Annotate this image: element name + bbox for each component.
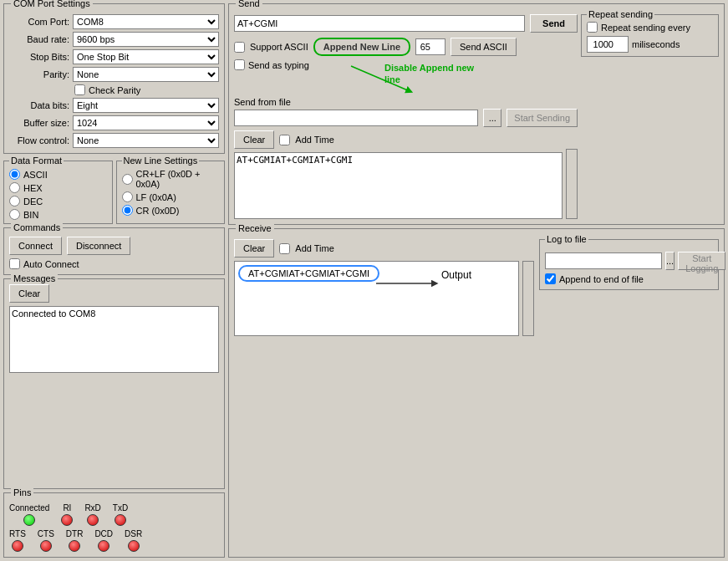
parity-label: Parity:	[9, 69, 69, 79]
ascii-radio[interactable]	[9, 169, 20, 180]
stop-bits-label: Stop Bits:	[9, 52, 69, 62]
ascii-size-spinbox[interactable]	[415, 38, 445, 55]
check-parity-checkbox[interactable]	[74, 84, 85, 95]
dec-radio[interactable]	[9, 196, 20, 207]
send-add-time-checkbox[interactable]	[279, 135, 290, 145]
start-logging-button[interactable]: Start Logging	[678, 252, 725, 270]
support-ascii-checkbox[interactable]	[234, 42, 245, 53]
messages-clear-button[interactable]: Clear	[9, 284, 49, 303]
pin-label: RxD	[84, 503, 100, 513]
disable-annotation: Disable Append newline	[384, 62, 474, 86]
baud-rate-select[interactable]: 9600 bps	[73, 32, 219, 47]
data-format-title: Data Format	[9, 156, 64, 166]
send-main: Send Support ASCII Append New Line Send …	[234, 14, 578, 219]
send-as-typing-checkbox[interactable]	[234, 59, 245, 70]
append-to-file-checkbox[interactable]	[545, 273, 556, 284]
pin-item-rxd: RxD	[84, 503, 100, 526]
send-from-file-label: Send from file	[234, 97, 578, 107]
output-label: Output	[441, 269, 471, 281]
crlf-label: CR+LF (0x0D + 0x0A)	[136, 169, 220, 189]
bin-label: BIN	[23, 210, 38, 220]
log-file-browse-button[interactable]: ...	[665, 252, 675, 270]
flow-control-label: Flow control:	[9, 135, 69, 145]
auto-connect-label: Auto Connect	[23, 259, 79, 269]
receive-group: Receive Clear Add Time AT+CGMIAT+CGMIAT+…	[228, 228, 725, 558]
parity-select[interactable]: None	[73, 67, 219, 82]
data-bits-label: Data bits:	[9, 100, 69, 110]
log-file-path-input[interactable]	[545, 252, 662, 269]
commands-group: Commands Connect Disconnect Auto Connect	[3, 227, 225, 275]
cr-radio[interactable]	[122, 205, 133, 216]
miliseconds-label: miliseconds	[632, 39, 680, 49]
pin-label: DCD	[94, 529, 113, 538]
hex-radio[interactable]	[9, 182, 20, 193]
bin-radio[interactable]	[9, 209, 20, 220]
pin-item-rts: RTS	[9, 529, 26, 552]
send-button[interactable]: Send	[530, 14, 578, 33]
data-bits-select[interactable]: Eight	[73, 98, 219, 113]
receive-area: AT+CGMIAT+CGMIAT+CGMI Output	[234, 261, 519, 336]
pin-label: TxD	[113, 503, 128, 513]
pin-led	[40, 540, 52, 552]
append-to-file-label: Append to end of file	[559, 274, 644, 284]
pin-item-dsr: DSR	[125, 529, 142, 552]
stop-bits-select[interactable]: One Stop Bit	[73, 49, 219, 64]
disconnect-button[interactable]: Disconnect	[67, 237, 130, 255]
pin-item-cts: CTS	[38, 529, 54, 552]
hex-label: HEX	[23, 183, 43, 193]
log-to-file-group: Log to file ... Start Logging Append to …	[539, 239, 719, 290]
auto-connect-checkbox[interactable]	[9, 258, 20, 269]
log-to-file-outer: Log to file ... Start Logging Append to …	[539, 239, 719, 336]
flow-control-select[interactable]: None	[73, 133, 219, 148]
send-ascii-button[interactable]: Send ASCII	[451, 38, 517, 56]
pin-led	[69, 540, 80, 552]
send-input[interactable]	[234, 15, 525, 32]
repeat-sending-checkbox[interactable]	[587, 22, 598, 33]
com-port-settings-group: COM Port Settings Com Port: COM8 Baud ra…	[3, 3, 225, 154]
send-scrollbar[interactable]	[566, 149, 578, 219]
messages-content: Connected to COM8	[12, 309, 95, 319]
send-clear-button[interactable]: Clear	[234, 130, 274, 149]
append-new-line-button[interactable]: Append New Line	[313, 38, 410, 56]
support-ascii-label: Support ASCII	[250, 42, 308, 52]
receive-scrollbar[interactable]	[522, 261, 534, 336]
log-to-file-title: Log to file	[545, 234, 588, 244]
connect-button[interactable]: Connect	[9, 237, 62, 255]
messages-group: Messages Clear Connected to COM8	[3, 278, 225, 489]
pin-label: RTS	[9, 529, 26, 538]
com-port-select[interactable]: COM8	[73, 14, 219, 29]
receive-clear-button[interactable]: Clear	[234, 239, 274, 258]
pin-item-dtr: DTR	[66, 529, 84, 552]
repeat-interval-spinbox[interactable]	[587, 36, 629, 53]
receive-left: Clear Add Time AT+CGMIAT+CGMIAT+CGMI	[234, 239, 534, 336]
com-port-label: Com Port:	[9, 17, 69, 27]
start-sending-button[interactable]: Start Sending	[507, 109, 578, 127]
pin-led	[128, 540, 140, 552]
receive-content: AT+CGMIAT+CGMIAT+CGMI	[238, 265, 379, 282]
pins-group: Pins ConnectedRIRxDTxD RTSCTSDTRDCDDSR	[3, 492, 225, 558]
receive-add-time-checkbox[interactable]	[279, 243, 290, 254]
cr-label: CR (0x0D)	[136, 206, 180, 216]
baud-rate-label: Baud rate:	[9, 34, 69, 44]
crlf-radio[interactable]	[122, 174, 133, 185]
new-line-settings-title: New Line Settings	[122, 156, 200, 166]
send-file-browse-button[interactable]: ...	[483, 109, 501, 127]
repeat-sending-title: Repeat sending	[587, 9, 654, 19]
lf-label: LF (0x0A)	[136, 192, 176, 202]
pin-label: Connected	[9, 503, 49, 513]
send-title: Send	[236, 0, 262, 8]
send-group: Send Send Support ASCII Append New Line	[228, 3, 725, 225]
buffer-size-select[interactable]: 1024	[73, 115, 219, 130]
pin-led	[61, 514, 73, 526]
send-add-time-label: Add Time	[295, 135, 333, 145]
send-textarea[interactable]: AT+CGMIAT+CGMIAT+CGMI	[234, 152, 563, 219]
pin-item-txd: TxD	[113, 503, 128, 526]
data-format-group: Data Format ASCII HEX DEC BIN	[3, 161, 113, 224]
messages-title: Messages	[11, 273, 58, 283]
receive-add-time-label: Add Time	[295, 243, 333, 253]
pin-item-dcd: DCD	[94, 529, 113, 552]
buffer-size-label: Buffer size:	[9, 118, 69, 128]
pin-led	[12, 540, 23, 552]
lf-radio[interactable]	[122, 191, 133, 202]
send-from-file-input[interactable]	[234, 110, 478, 126]
